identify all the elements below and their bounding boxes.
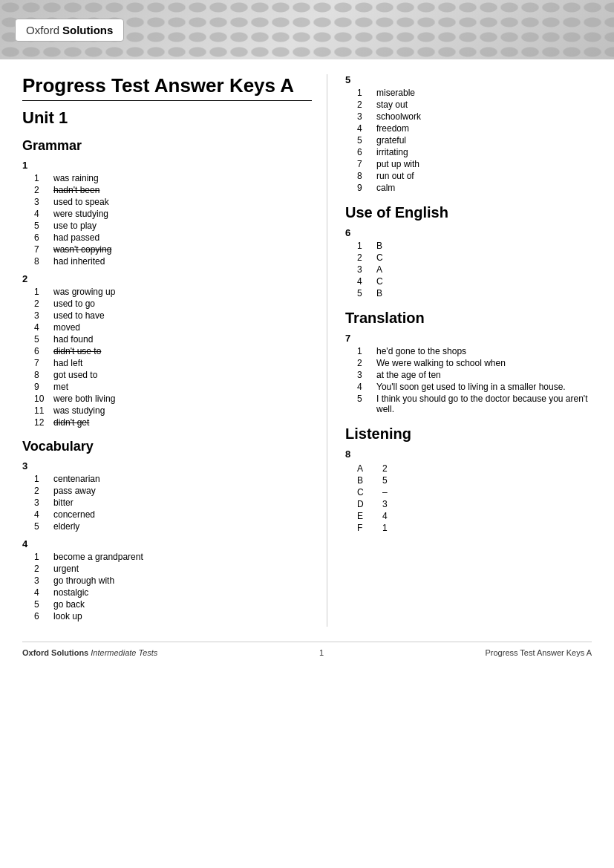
q4-answer-list: 1become a grandparent2urgent3go through … xyxy=(22,551,312,622)
listening-value: 5 xyxy=(382,475,388,486)
list-item: 5grateful xyxy=(345,134,592,146)
use-of-english-title: Use of English xyxy=(345,204,592,221)
answer-text: C xyxy=(376,276,383,287)
listening-title: Listening xyxy=(345,425,592,443)
list-item: 4concerned xyxy=(22,509,312,521)
main-content: Progress Test Answer Keys A Unit 1 Gramm… xyxy=(0,59,614,642)
list-item: 6had passed xyxy=(22,232,312,244)
answer-text: were both living xyxy=(53,394,115,404)
list-item: 3used to speak xyxy=(22,196,312,208)
q4-number: 4 xyxy=(22,538,312,549)
answer-num: 8 xyxy=(34,256,45,267)
answer-num: 5 xyxy=(34,221,45,231)
answer-text: moved xyxy=(53,322,80,333)
listening-letter: B xyxy=(357,475,368,486)
answer-num: 2 xyxy=(34,486,45,496)
answer-text: was growing up xyxy=(53,287,115,297)
answer-num: 1 xyxy=(357,346,368,356)
list-item: 5elderly xyxy=(22,521,312,532)
grammar-section-title: Grammar xyxy=(22,138,312,154)
page-title: Progress Test Answer Keys A xyxy=(22,74,312,97)
answer-num: 2 xyxy=(357,99,368,110)
list-item: 4C xyxy=(345,275,592,287)
answer-num: 7 xyxy=(34,244,45,255)
answer-text: had left xyxy=(53,358,82,368)
answer-text: met xyxy=(53,382,68,392)
list-item: 8got used to xyxy=(22,369,312,381)
listening-value: – xyxy=(382,487,388,497)
answer-text: concerned xyxy=(53,509,95,520)
answer-num: 1 xyxy=(34,287,45,297)
answer-text: B xyxy=(376,288,382,298)
list-item: 4were studying xyxy=(22,208,312,220)
list-item: 2C xyxy=(345,252,592,264)
answer-text: stay out xyxy=(376,99,408,110)
list-item: 3used to have xyxy=(22,310,312,322)
answer-num: 6 xyxy=(34,232,45,243)
q5-answer-list: 1miserable2stay out3schoolwork4freedom5g… xyxy=(345,87,592,194)
list-item: 1miserable xyxy=(345,87,592,99)
answer-num: 2 xyxy=(357,358,368,368)
logo-solutions: Solutions xyxy=(62,24,113,36)
list-item: 7wasn't copying xyxy=(22,244,312,255)
list-item: E4 xyxy=(357,510,592,522)
q5-number: 5 xyxy=(345,74,592,85)
list-item: 3schoolwork xyxy=(345,111,592,123)
translation-title: Translation xyxy=(345,310,592,327)
answer-num: 1 xyxy=(357,88,368,98)
answer-text: used to speak xyxy=(53,197,109,207)
list-item: 3at the age of ten xyxy=(345,369,592,381)
list-item: 4You'll soon get used to living in a sma… xyxy=(345,381,592,393)
list-item: 1centenarian xyxy=(22,473,312,485)
footer-left: Oxford Solutions Intermediate Tests xyxy=(22,648,157,657)
answer-text: elderly xyxy=(53,521,79,532)
footer-page-number: 1 xyxy=(319,648,324,657)
list-item: 10were both living xyxy=(22,393,312,405)
list-item: 4nostalgic xyxy=(22,587,312,598)
answer-text: go back xyxy=(53,599,85,610)
q6-answer-list: 1B2C3A4C5B xyxy=(345,240,592,299)
answer-text: had passed xyxy=(53,232,99,243)
list-item: 1B xyxy=(345,240,592,252)
list-item: B5 xyxy=(357,474,592,486)
q2-number: 2 xyxy=(22,273,312,284)
answer-text: look up xyxy=(53,611,82,621)
list-item: 5use to play xyxy=(22,220,312,232)
answer-num: 1 xyxy=(34,173,45,183)
list-item: 2pass away xyxy=(22,485,312,497)
answer-num: 5 xyxy=(34,521,45,532)
answer-num: 4 xyxy=(34,209,45,219)
answer-text: at the age of ten xyxy=(376,370,441,380)
q3-answer-list: 1centenarian2pass away3bitter4concerned5… xyxy=(22,473,312,532)
footer: Oxford Solutions Intermediate Tests 1 Pr… xyxy=(22,642,592,663)
answer-num: 3 xyxy=(34,197,45,207)
listening-letter: A xyxy=(357,463,368,474)
answer-num: 4 xyxy=(34,509,45,520)
answer-text: grateful xyxy=(376,135,406,146)
answer-text: become a grandparent xyxy=(53,552,143,562)
answer-num: 5 xyxy=(357,288,368,298)
list-item: 3A xyxy=(345,264,592,275)
answer-num: 1 xyxy=(34,552,45,562)
answer-num: 9 xyxy=(357,183,368,193)
answer-num: 2 xyxy=(34,298,45,309)
list-item: 8run out of xyxy=(345,170,592,182)
answer-num: 12 xyxy=(34,417,45,428)
title-divider xyxy=(22,100,312,101)
answer-num: 7 xyxy=(34,358,45,368)
answer-text: had inherited xyxy=(53,256,105,267)
answer-num: 6 xyxy=(357,147,368,157)
list-item: 2We were walking to school when xyxy=(345,357,592,369)
list-item: C– xyxy=(357,486,592,498)
list-item: 8had inherited xyxy=(22,255,312,267)
listening-letter: D xyxy=(357,499,368,509)
list-item: 3go through with xyxy=(22,575,312,587)
answer-num: 4 xyxy=(357,276,368,287)
list-item: 3bitter xyxy=(22,497,312,509)
list-item: 2urgent xyxy=(22,563,312,575)
footer-publisher: Oxford Solutions xyxy=(22,648,88,657)
answer-text: B xyxy=(376,241,382,251)
answer-num: 3 xyxy=(357,370,368,380)
answer-num: 4 xyxy=(34,322,45,333)
answer-num: 8 xyxy=(34,370,45,380)
